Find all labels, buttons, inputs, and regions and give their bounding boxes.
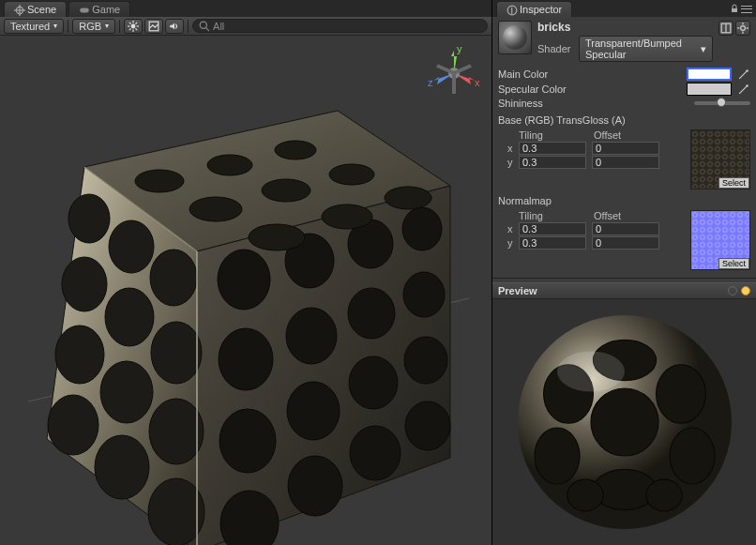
svg-point-38 xyxy=(286,308,337,364)
normal-tiling-y-input[interactable] xyxy=(519,236,586,250)
offset-header: Offset xyxy=(594,210,669,221)
tab-scene-label: Scene xyxy=(27,4,56,15)
svg-point-89 xyxy=(557,351,625,391)
svg-point-4 xyxy=(131,23,136,28)
svg-point-25 xyxy=(105,288,154,346)
inspector-tab-bar: i Inspector xyxy=(492,0,756,17)
shader-value: Transparent/Bumped Specular xyxy=(585,38,701,60)
shininess-slider[interactable] xyxy=(694,101,750,105)
specular-color-swatch[interactable] xyxy=(687,83,732,96)
preview-header[interactable]: Preview xyxy=(492,282,756,299)
svg-point-78 xyxy=(746,84,748,86)
svg-line-9 xyxy=(129,22,131,23)
svg-marker-14 xyxy=(170,23,174,29)
base-texture-slot[interactable]: Select xyxy=(690,129,750,189)
base-offset-x-input[interactable] xyxy=(592,142,659,155)
chevron-down-icon: ▾ xyxy=(701,43,706,55)
svg-point-54 xyxy=(329,164,374,185)
speaker-icon xyxy=(169,21,180,32)
preview-viewport[interactable] xyxy=(492,299,756,545)
book-icon xyxy=(720,23,732,34)
tiling-header: Tiling xyxy=(519,129,594,141)
normalmap-texture-slot[interactable]: Select xyxy=(690,210,750,270)
main-color-swatch[interactable] xyxy=(687,68,732,81)
normal-offset-x-input[interactable] xyxy=(592,222,659,235)
normal-tiling-x-input[interactable] xyxy=(519,222,586,235)
svg-point-47 xyxy=(350,426,401,480)
svg-point-43 xyxy=(349,356,398,409)
color-mode-value: RGB xyxy=(79,21,101,32)
base-offset-y-input[interactable] xyxy=(592,156,659,169)
preview-light-toggle-on[interactable] xyxy=(741,286,750,295)
preview-light-toggle-off[interactable] xyxy=(728,286,737,295)
svg-point-23 xyxy=(150,250,197,306)
svg-point-48 xyxy=(405,401,450,450)
tab-inspector-label: Inspector xyxy=(520,4,562,15)
svg-text:i: i xyxy=(510,5,513,16)
svg-point-29 xyxy=(149,399,204,464)
select-button[interactable]: Select xyxy=(718,177,749,189)
specular-color-label: Specular Color xyxy=(498,83,681,95)
tab-game[interactable]: Game xyxy=(68,1,130,17)
svg-point-83 xyxy=(591,388,658,456)
svg-point-46 xyxy=(288,456,342,516)
base-tiling-x-input[interactable] xyxy=(519,142,586,155)
svg-point-55 xyxy=(249,224,305,250)
svg-point-40 xyxy=(403,272,445,317)
main-color-label: Main Color xyxy=(498,68,681,80)
shader-dropdown[interactable]: Transparent/Bumped Specular ▾ xyxy=(579,36,713,62)
gizmo-z-label: z xyxy=(428,77,433,88)
scene-toolbar: Textured ▾ RGB ▾ All xyxy=(0,17,491,36)
svg-point-57 xyxy=(385,187,431,209)
svg-point-33 xyxy=(218,250,270,310)
audio-toggle[interactable] xyxy=(165,19,184,34)
base-texture-title: Base (RGB) TransGloss (A) xyxy=(498,114,750,126)
render-mode-dropdown[interactable]: Textured ▾ xyxy=(4,19,64,34)
chevron-down-icon: ▾ xyxy=(105,22,109,30)
eyedropper-icon[interactable] xyxy=(737,83,750,96)
separator xyxy=(188,20,189,33)
shader-label: Shader xyxy=(537,43,575,54)
svg-point-37 xyxy=(219,328,273,390)
shininess-label: Shininess xyxy=(498,98,688,109)
tab-inspector[interactable]: i Inspector xyxy=(496,1,572,17)
scene-search[interactable]: All xyxy=(192,19,488,33)
divider xyxy=(492,278,756,279)
svg-point-39 xyxy=(348,288,395,339)
axis-x-label: x xyxy=(507,223,519,235)
svg-point-44 xyxy=(404,337,447,384)
game-icon xyxy=(79,5,88,14)
panel-menu-icon[interactable] xyxy=(741,5,752,14)
preview-sphere xyxy=(512,310,737,535)
svg-point-77 xyxy=(746,69,748,71)
lighting-toggle[interactable] xyxy=(124,19,143,34)
color-mode-dropdown[interactable]: RGB ▾ xyxy=(72,19,115,34)
scene-viewport[interactable]: y x z xyxy=(0,36,491,545)
svg-point-41 xyxy=(219,409,276,473)
tab-game-label: Game xyxy=(92,4,120,15)
svg-line-10 xyxy=(135,28,137,30)
svg-point-27 xyxy=(55,325,104,384)
normal-offset-y-input[interactable] xyxy=(592,236,659,250)
image-icon xyxy=(148,21,159,32)
cube-render xyxy=(28,64,469,545)
tab-scene[interactable]: Scene xyxy=(4,1,67,17)
svg-point-56 xyxy=(322,204,372,229)
settings-button[interactable] xyxy=(735,21,750,36)
gear-icon xyxy=(737,23,748,34)
inspector-body: bricks Shader Transparent/Bumped Specula… xyxy=(492,17,756,282)
skybox-toggle[interactable] xyxy=(144,19,163,34)
svg-point-88 xyxy=(645,479,681,511)
svg-point-30 xyxy=(48,395,98,455)
help-button[interactable] xyxy=(718,21,733,36)
base-tiling-y-input[interactable] xyxy=(519,156,586,169)
select-button[interactable]: Select xyxy=(718,258,749,269)
lock-icon[interactable] xyxy=(730,4,739,15)
material-thumbnail xyxy=(498,21,532,54)
orientation-gizmo[interactable]: y x z xyxy=(426,45,482,101)
svg-line-16 xyxy=(205,27,209,31)
info-icon: i xyxy=(507,5,516,14)
eyedropper-icon[interactable] xyxy=(737,68,750,81)
search-placeholder: All xyxy=(213,21,224,32)
offset-header: Offset xyxy=(594,129,669,141)
